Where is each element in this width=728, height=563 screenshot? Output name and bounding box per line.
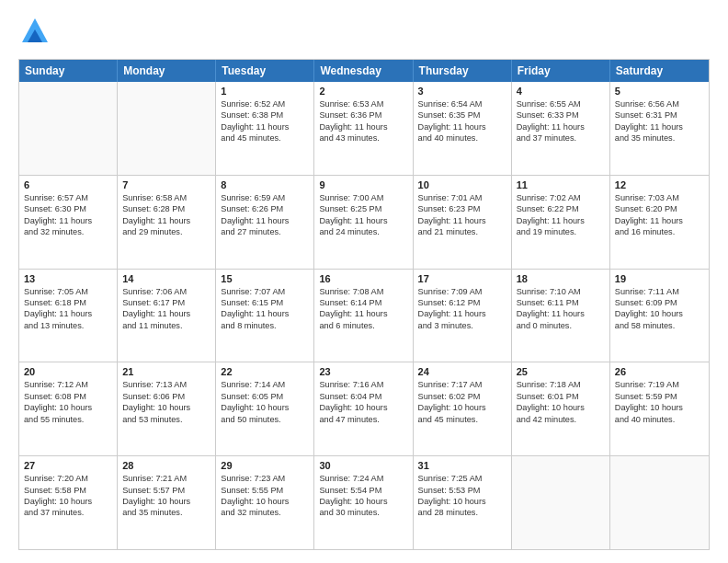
- cell-info-line: Daylight: 10 hours: [418, 402, 506, 413]
- day-number: 6: [24, 179, 112, 190]
- day-number: 26: [615, 366, 704, 377]
- cell-info-line: Sunrise: 7:21 AM: [122, 473, 210, 484]
- cell-info-line: Sunset: 6:11 PM: [517, 297, 605, 308]
- cell-info-line: Sunset: 5:57 PM: [122, 485, 210, 496]
- calendar-cell: [118, 82, 216, 175]
- cell-info-line: and 35 minutes.: [615, 132, 704, 144]
- day-number: 28: [122, 460, 210, 471]
- cell-info-line: Sunset: 5:55 PM: [221, 485, 309, 496]
- cell-info-line: Sunrise: 7:09 AM: [418, 286, 506, 297]
- cell-info-line: and 35 minutes.: [122, 507, 210, 518]
- cell-info-line: Daylight: 11 hours: [517, 215, 605, 226]
- cell-info-line: Sunset: 6:25 PM: [319, 203, 407, 214]
- calendar-cell: 11Sunrise: 7:02 AMSunset: 6:22 PMDayligh…: [512, 176, 610, 269]
- cell-info-line: Sunrise: 7:14 AM: [221, 379, 309, 390]
- calendar-cell: 15Sunrise: 7:07 AMSunset: 6:15 PMDayligh…: [216, 270, 314, 362]
- cell-info-line: Daylight: 11 hours: [122, 308, 210, 319]
- day-number: 21: [122, 366, 210, 377]
- cell-info-line: and 45 minutes.: [418, 414, 506, 425]
- cell-info-line: Sunrise: 7:18 AM: [517, 379, 605, 390]
- cell-info-line: Daylight: 10 hours: [24, 402, 112, 413]
- calendar-cell: 13Sunrise: 7:05 AMSunset: 6:18 PMDayligh…: [19, 270, 118, 362]
- calendar-cell: 1Sunrise: 6:52 AMSunset: 6:38 PMDaylight…: [216, 82, 314, 175]
- cell-info-line: Sunrise: 7:23 AM: [221, 473, 309, 484]
- day-number: 1: [221, 86, 309, 97]
- cell-info-line: Sunset: 6:35 PM: [418, 109, 506, 121]
- cell-info-line: Sunset: 6:15 PM: [221, 297, 309, 308]
- cell-info-line: Sunset: 5:54 PM: [319, 485, 407, 496]
- cell-info-line: Daylight: 11 hours: [319, 121, 407, 132]
- cell-info-line: Sunrise: 6:59 AM: [221, 192, 309, 203]
- cell-info-line: Sunset: 6:01 PM: [517, 391, 605, 402]
- calendar-week-row: 13Sunrise: 7:05 AMSunset: 6:18 PMDayligh…: [19, 270, 709, 363]
- cell-info-line: and 53 minutes.: [122, 414, 210, 425]
- day-number: 3: [418, 86, 506, 97]
- calendar-cell: 31Sunrise: 7:25 AMSunset: 5:53 PMDayligh…: [414, 456, 512, 549]
- cell-info-line: and 42 minutes.: [517, 414, 605, 425]
- calendar-week-row: 20Sunrise: 7:12 AMSunset: 6:08 PMDayligh…: [19, 362, 709, 456]
- cell-info-line: Sunset: 6:26 PM: [221, 203, 309, 214]
- calendar-cell: 27Sunrise: 7:20 AMSunset: 5:58 PMDayligh…: [19, 456, 118, 549]
- calendar-cell: 8Sunrise: 6:59 AMSunset: 6:26 PMDaylight…: [216, 176, 314, 269]
- calendar-cell: 18Sunrise: 7:10 AMSunset: 6:11 PMDayligh…: [512, 270, 610, 362]
- day-number: 16: [319, 273, 407, 284]
- cell-info-line: Sunrise: 7:08 AM: [319, 286, 407, 297]
- cell-info-line: Sunset: 6:14 PM: [319, 297, 407, 308]
- calendar-week-row: 6Sunrise: 6:57 AMSunset: 6:30 PMDaylight…: [19, 176, 709, 270]
- cell-info-line: Sunset: 6:05 PM: [221, 391, 309, 402]
- calendar-cell: 12Sunrise: 7:03 AMSunset: 6:20 PMDayligh…: [610, 176, 709, 269]
- cell-info-line: Sunrise: 6:55 AM: [517, 98, 605, 109]
- cell-info-line: Sunset: 6:33 PM: [517, 109, 605, 121]
- cell-info-line: Sunset: 5:53 PM: [418, 485, 506, 496]
- cell-info-line: Sunrise: 7:06 AM: [122, 286, 210, 297]
- cell-info-line: and 43 minutes.: [319, 132, 407, 144]
- cell-info-line: Sunset: 6:36 PM: [319, 109, 407, 121]
- cell-info-line: Sunrise: 6:52 AM: [221, 98, 309, 109]
- weekday-header: Saturday: [610, 60, 709, 82]
- cell-info-line: Daylight: 11 hours: [221, 121, 309, 132]
- day-number: 15: [221, 273, 309, 284]
- cell-info-line: Sunrise: 6:53 AM: [319, 98, 407, 109]
- weekday-header: Wednesday: [314, 60, 413, 82]
- weekday-header: Thursday: [414, 60, 512, 82]
- cell-info-line: and 37 minutes.: [24, 507, 112, 518]
- day-number: 10: [418, 179, 506, 190]
- calendar-header: SundayMondayTuesdayWednesdayThursdayFrid…: [19, 60, 709, 82]
- day-number: 29: [221, 460, 309, 471]
- calendar-cell: [512, 456, 610, 549]
- cell-info-line: Daylight: 11 hours: [24, 215, 112, 226]
- cell-info-line: Sunrise: 7:17 AM: [418, 379, 506, 390]
- cell-info-line: Sunset: 6:12 PM: [418, 297, 506, 308]
- calendar-cell: 30Sunrise: 7:24 AMSunset: 5:54 PMDayligh…: [314, 456, 413, 549]
- cell-info-line: and 3 minutes.: [418, 320, 506, 331]
- cell-info-line: Sunrise: 7:16 AM: [319, 379, 407, 390]
- cell-info-line: Sunrise: 7:24 AM: [319, 473, 407, 484]
- calendar-cell: 17Sunrise: 7:09 AMSunset: 6:12 PMDayligh…: [414, 270, 512, 362]
- calendar-cell: 6Sunrise: 6:57 AMSunset: 6:30 PMDaylight…: [19, 176, 118, 269]
- cell-info-line: Daylight: 11 hours: [517, 308, 605, 319]
- cell-info-line: Daylight: 10 hours: [517, 402, 605, 413]
- cell-info-line: Sunrise: 7:25 AM: [418, 473, 506, 484]
- calendar-cell: 2Sunrise: 6:53 AMSunset: 6:36 PMDaylight…: [314, 82, 413, 175]
- day-number: 31: [418, 460, 506, 471]
- day-number: 4: [517, 86, 605, 97]
- cell-info-line: Sunrise: 7:20 AM: [24, 473, 112, 484]
- cell-info-line: Daylight: 11 hours: [122, 215, 210, 226]
- day-number: 17: [418, 273, 506, 284]
- cell-info-line: Sunset: 6:08 PM: [24, 391, 112, 402]
- cell-info-line: Sunrise: 7:02 AM: [517, 192, 605, 203]
- calendar-body: 1Sunrise: 6:52 AMSunset: 6:38 PMDaylight…: [19, 82, 709, 549]
- cell-info-line: Daylight: 11 hours: [319, 308, 407, 319]
- cell-info-line: Sunrise: 7:01 AM: [418, 192, 506, 203]
- calendar-cell: 22Sunrise: 7:14 AMSunset: 6:05 PMDayligh…: [216, 362, 314, 455]
- calendar-cell: 9Sunrise: 7:00 AMSunset: 6:25 PMDaylight…: [314, 176, 413, 269]
- cell-info-line: and 40 minutes.: [615, 414, 704, 425]
- cell-info-line: Sunrise: 6:57 AM: [24, 192, 112, 203]
- cell-info-line: Daylight: 10 hours: [122, 496, 210, 507]
- day-number: 25: [517, 366, 605, 377]
- calendar: SundayMondayTuesdayWednesdayThursdayFrid…: [18, 59, 710, 550]
- cell-info-line: Sunrise: 7:19 AM: [615, 379, 704, 390]
- day-number: 23: [319, 366, 407, 377]
- cell-info-line: and 11 minutes.: [122, 320, 210, 331]
- weekday-header: Friday: [512, 60, 610, 82]
